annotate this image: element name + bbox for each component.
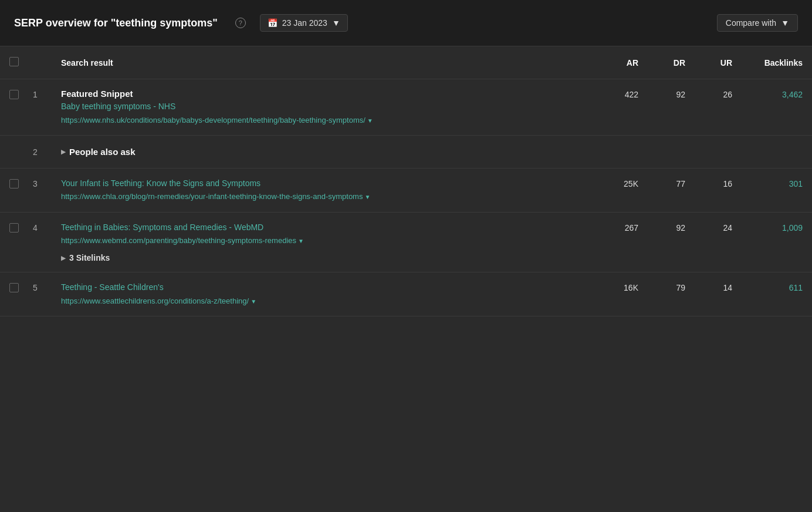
row-4-dr: 92 bbox=[638, 222, 685, 233]
table-row: 4 Teething in Babies: Symptoms and Remed… bbox=[0, 213, 812, 273]
row-1-num: 1 bbox=[33, 89, 61, 99]
row-checkbox-cell bbox=[9, 178, 33, 188]
row-4-num: 4 bbox=[33, 222, 61, 233]
row-checkbox-cell bbox=[9, 222, 33, 233]
row-5-link[interactable]: Teething - Seattle Children's bbox=[61, 282, 586, 294]
col-backlinks: Backlinks bbox=[732, 58, 803, 68]
date-label: 23 Jan 2023 bbox=[282, 18, 327, 28]
compare-dropdown-arrow: ▼ bbox=[781, 18, 789, 28]
row-3-link[interactable]: Your Infant is Teething: Know the Signs … bbox=[61, 178, 586, 190]
row-5-backlinks: 611 bbox=[732, 282, 803, 292]
compare-with-button[interactable]: Compare with ▼ bbox=[717, 14, 798, 32]
row-5-ar: 16K bbox=[586, 282, 638, 292]
url-dropdown-arrow[interactable]: ▼ bbox=[364, 193, 370, 201]
row-4-url: https://www.webmd.com/parenting/baby/tee… bbox=[61, 235, 586, 246]
row-2-ur bbox=[685, 151, 732, 152]
row-4-content: Teething in Babies: Symptoms and Remedie… bbox=[61, 222, 586, 263]
row-2-content: ▶ People also ask bbox=[61, 147, 586, 157]
row-3-content: Your Infant is Teething: Know the Signs … bbox=[61, 178, 586, 203]
row-2-ar bbox=[586, 151, 638, 152]
page-header: SERP overview for "teething symptoms" ? … bbox=[0, 0, 812, 46]
header-checkbox-cell bbox=[9, 57, 33, 68]
col-ur: UR bbox=[685, 58, 732, 68]
row-1-dr: 92 bbox=[638, 89, 685, 99]
date-selector[interactable]: 📅 23 Jan 2023 ▼ bbox=[260, 14, 348, 32]
row-4-checkbox[interactable] bbox=[9, 223, 19, 233]
table-row: 3 Your Infant is Teething: Know the Sign… bbox=[0, 169, 812, 213]
people-also-ask-expand[interactable]: ▶ People also ask bbox=[61, 147, 586, 157]
table-row: 2 ▶ People also ask bbox=[0, 136, 812, 169]
row-1-checkbox[interactable] bbox=[9, 90, 19, 99]
row-3-checkbox[interactable] bbox=[9, 179, 19, 188]
row-4-backlinks: 1,009 bbox=[732, 222, 803, 233]
row-3-ar: 25K bbox=[586, 178, 638, 188]
col-search-result: Search result bbox=[61, 58, 586, 68]
col-ar: AR bbox=[586, 58, 638, 68]
table-header-row: Search result AR DR UR Backlinks bbox=[0, 46, 812, 79]
row-1-link[interactable]: Baby teething symptoms - NHS bbox=[61, 101, 586, 113]
row-5-num: 5 bbox=[33, 282, 61, 292]
table-row: 1 Featured Snippet Baby teething symptom… bbox=[0, 79, 812, 136]
url-dropdown-arrow[interactable]: ▼ bbox=[298, 237, 304, 245]
row-checkbox-cell bbox=[9, 282, 33, 292]
paa-label: People also ask bbox=[69, 147, 136, 157]
table-row: 5 Teething - Seattle Children's https://… bbox=[0, 272, 812, 316]
sitelinks-expand[interactable]: ▶ 3 Sitelinks bbox=[61, 253, 586, 262]
date-dropdown-arrow: ▼ bbox=[332, 18, 340, 28]
select-all-checkbox[interactable] bbox=[9, 57, 19, 66]
row-5-checkbox[interactable] bbox=[9, 283, 19, 292]
row-1-content: Featured Snippet Baby teething symptoms … bbox=[61, 89, 586, 126]
featured-snippet-label: Featured Snippet bbox=[61, 89, 586, 99]
help-icon[interactable]: ? bbox=[235, 18, 246, 28]
row-checkbox-cell bbox=[9, 89, 33, 99]
url-dropdown-arrow[interactable]: ▼ bbox=[251, 298, 256, 306]
row-1-backlinks: 3,462 bbox=[732, 89, 803, 99]
serp-table: Search result AR DR UR Backlinks 1 Featu… bbox=[0, 46, 812, 316]
compare-with-label: Compare with bbox=[726, 18, 776, 28]
col-dr: DR bbox=[638, 58, 685, 68]
row-1-ar: 422 bbox=[586, 89, 638, 99]
row-3-num: 3 bbox=[33, 178, 61, 188]
row-4-ur: 24 bbox=[685, 222, 732, 233]
row-5-dr: 79 bbox=[638, 282, 685, 292]
sitelinks-label: 3 Sitelinks bbox=[69, 253, 110, 262]
row-3-ur: 16 bbox=[685, 178, 732, 188]
row-3-backlinks: 301 bbox=[732, 178, 803, 188]
row-4-link[interactable]: Teething in Babies: Symptoms and Remedie… bbox=[61, 222, 586, 234]
row-3-url: https://www.chla.org/blog/rn-remedies/yo… bbox=[61, 191, 586, 202]
row-5-url: https://www.seattlechildrens.org/conditi… bbox=[61, 296, 586, 306]
row-2-dr bbox=[638, 151, 685, 152]
row-2-backlinks bbox=[732, 151, 803, 152]
calendar-icon: 📅 bbox=[268, 18, 278, 28]
page-title: SERP overview for "teething symptoms" bbox=[14, 17, 218, 29]
sitelinks-arrow-icon: ▶ bbox=[61, 255, 66, 261]
row-2-num: 2 bbox=[33, 146, 61, 157]
row-5-content: Teething - Seattle Children's https://ww… bbox=[61, 282, 586, 306]
row-4-ar: 267 bbox=[586, 222, 638, 233]
row-3-dr: 77 bbox=[638, 178, 685, 188]
row-1-ur: 26 bbox=[685, 89, 732, 99]
expand-arrow-icon: ▶ bbox=[61, 149, 66, 155]
url-dropdown-arrow[interactable]: ▼ bbox=[367, 117, 373, 125]
row-5-ur: 14 bbox=[685, 282, 732, 292]
row-1-url: https://www.nhs.uk/conditions/baby/babys… bbox=[61, 115, 586, 126]
